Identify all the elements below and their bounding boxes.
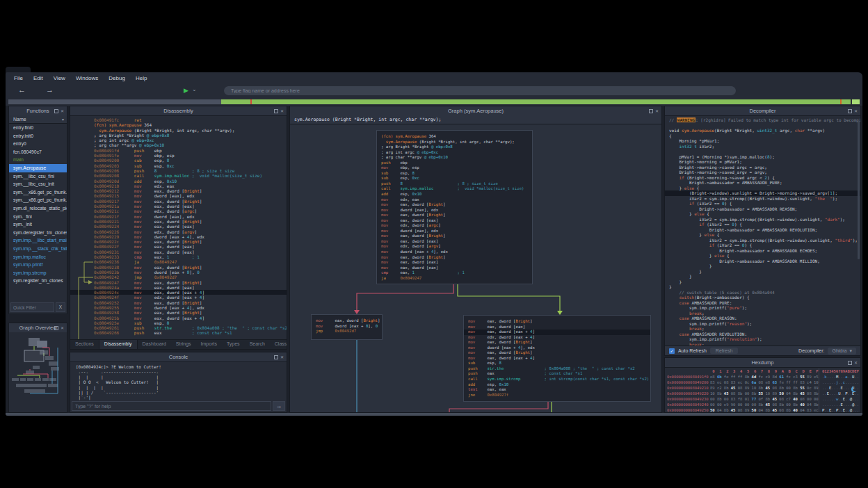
code-line[interactable]: mov dword [eax], edx — [377, 208, 532, 213]
float-panel-icon[interactable] — [848, 109, 852, 113]
code-line[interactable]: .--. .---------------------. — [76, 369, 287, 374]
code-line[interactable]: [0x0804924c]> ?E Welcom to Cutter! — [76, 364, 287, 369]
graph-overview-minimap[interactable] — [9, 332, 67, 412]
function-item[interactable]: sym._init — [9, 220, 67, 229]
code-line[interactable]: Bright->ambassador = AMBASSADOR_PURE; — [665, 180, 860, 186]
code-line[interactable]: iVar2 = sym.imp.strcmp((Bright->window).… — [665, 196, 860, 202]
function-item[interactable]: sym.imp.printf — [9, 261, 67, 269]
code-line[interactable]: 0x080491fc ret — [70, 117, 287, 122]
code-line[interactable]: 0x0804924c mov eax, dword [eax + 4] — [70, 290, 287, 295]
code-line[interactable]: cmp eax, 1 ; 1 — [377, 270, 532, 276]
disassembly-panel-header[interactable]: Disassembly ✕ — [70, 106, 287, 116]
code-line[interactable]: || | / `--------------------' — [76, 390, 287, 395]
hex-row[interactable]: 0x000000000804925050 04 8b 45 08 89 50 0… — [667, 407, 860, 413]
code-line[interactable]: call sym.imp.malloc ; void *malloc(size_… — [377, 186, 532, 192]
float-panel-icon[interactable] — [274, 109, 278, 113]
code-line[interactable]: | _| | | — [76, 375, 287, 380]
menu-help[interactable]: Help — [136, 75, 147, 81]
code-line[interactable]: mov eax, dword [eax] — [377, 218, 532, 224]
menu-edit[interactable]: Edit — [33, 75, 43, 81]
clear-filter-button[interactable]: X — [56, 302, 65, 312]
code-line[interactable]: ja 0x8049247 — [377, 276, 532, 282]
refresh-button[interactable]: Refresh — [710, 348, 739, 354]
graph-block-false-branch[interactable]: mov eax, dword [Bright]mov dword [eax + … — [311, 314, 383, 340]
code-line[interactable]: } — [665, 284, 860, 290]
code-line[interactable]: (Bright->window).sunlight = Bright->morn… — [665, 190, 860, 196]
graph-block-true-branch[interactable]: mov eax, dword [Bright]mov eax, dword [e… — [463, 315, 651, 402]
code-line[interactable]: 0x08049242 jmp 0x80492d7 — [70, 275, 287, 279]
code-line[interactable]: sub esp, 8 — [464, 361, 650, 366]
code-line[interactable]: 0x08049206 push 8 ; 8 ; size_t size — [70, 168, 287, 173]
quick-filter-input[interactable] — [10, 302, 54, 312]
code-line[interactable]: push 8 ; 8 ; size_t size — [377, 181, 532, 187]
code-line[interactable]: 0x0804922c mov eax, dword [Bright] — [70, 239, 287, 244]
code-line[interactable]: sym.Aeropause (Bright *Bright, int argc,… — [377, 140, 532, 145]
code-line[interactable]: Bright->morning->saved_argv = argv; — [665, 170, 860, 175]
hex-row[interactable]: 0x000000000804924000 00 e9 90 00 00 00 8… — [667, 402, 860, 407]
function-item[interactable]: main — [9, 156, 67, 164]
code-line[interactable]: mov ebp, esp — [377, 165, 532, 171]
code-line[interactable]: Bright->ambassador = AMBASSADOR_MILLION; — [665, 259, 860, 264]
function-item[interactable]: entry.fini0 — [9, 124, 67, 132]
code-line[interactable]: { — [665, 133, 860, 139]
code-line[interactable]: mov edx, eax — [377, 197, 532, 203]
code-line[interactable]: ; arg char **argv @ ebp+0x10 — [70, 143, 287, 147]
code-line[interactable]: Bright->morning = pMVar1; — [665, 159, 860, 165]
code-line[interactable]: } — [665, 274, 860, 279]
console-send-button[interactable]: → — [273, 401, 285, 411]
code-line[interactable]: mov dword [eax + 4], edx — [464, 345, 650, 351]
code-line[interactable]: switch(Bright->ambassador) { — [665, 295, 860, 300]
code-line[interactable]: 0x08049255 mov dword [eax + 4], edx — [70, 305, 287, 310]
float-panel-icon[interactable] — [274, 355, 278, 359]
play-dropdown-caret-icon[interactable]: ⌄ — [192, 86, 197, 92]
code-line[interactable]: sub esp, 8 — [377, 171, 532, 177]
code-line[interactable]: mov dword [eax + 4], edx — [377, 250, 532, 255]
hex-row[interactable]: 0x00000000080491f0e8 6b fe ff ff 8b 4d f… — [667, 374, 860, 380]
menu-file[interactable]: File — [14, 75, 23, 81]
code-line[interactable]: 0x08049226 mov edx, dword [argv] — [70, 229, 287, 234]
code-line[interactable]: } else { — [665, 253, 860, 259]
code-line[interactable]: mov eax, dword [eax] — [377, 239, 532, 245]
graph-panel-header[interactable]: Graph (sym.Aeropause) ✕ — [290, 106, 661, 116]
code-line[interactable]: if (iVar2 == 0) { — [665, 243, 860, 248]
code-line[interactable]: sym.imp.printf("reason"); — [665, 321, 860, 327]
code-line[interactable]: mov dword [eax + 8], 0 — [312, 324, 382, 330]
close-panel-icon[interactable]: ✕ — [61, 109, 64, 113]
code-line[interactable]: case AMBASSADOR_REASON: — [665, 316, 860, 321]
function-item[interactable]: fcn.080490c7 — [9, 148, 67, 156]
function-item[interactable]: sym.Aeropause — [9, 164, 67, 172]
function-item[interactable]: sym.__libc_csu_fini — [9, 172, 67, 181]
code-line[interactable]: mov eax, dword [eax] — [377, 260, 532, 266]
code-line[interactable]: 0x0804925b mov eax, dword [eax + 4] — [70, 316, 287, 320]
tab-classes[interactable]: Classes — [270, 340, 287, 349]
code-line[interactable]: case AMBASSADOR_REVOLUTION: — [665, 332, 860, 337]
code-line[interactable]: sub esp, 0xc — [377, 176, 532, 181]
function-item[interactable]: sym._fini — [9, 213, 67, 221]
code-line[interactable]: int32_t iVar2; — [665, 144, 860, 149]
code-line[interactable]: | O O < Welcom to Cutter! | — [76, 380, 287, 384]
console-panel-header[interactable]: Console ✕ — [70, 352, 287, 362]
code-line[interactable]: iVar2 = sym.imp.strcmp((Bright->window).… — [665, 238, 860, 243]
code-line[interactable]: push ebp — [377, 161, 532, 166]
code-line[interactable]: mov eax, dword [eax + 4] — [464, 356, 650, 361]
function-item[interactable]: sym.dl_relocate_static_pie — [9, 204, 67, 213]
code-line[interactable]: 0x080491fe mov ebp, esp — [70, 153, 287, 158]
code-line[interactable]: } else { — [665, 186, 860, 191]
graph-block-entry[interactable]: (fcn) sym.Aeropause 364 sym.Aeropause (B… — [376, 130, 533, 284]
code-line[interactable]: 0x0804921a mov eax, dword [eax] — [70, 204, 287, 209]
code-line[interactable]: break; — [665, 311, 860, 316]
code-line[interactable]: 0x08049215 mov dword [eax], edx — [70, 193, 287, 198]
debug-play-icon[interactable]: ▶ — [184, 87, 188, 94]
code-line[interactable]: } — [665, 263, 860, 269]
code-line[interactable]: case AMBASSADOR_PURE: — [665, 300, 860, 306]
code-line[interactable]: mov eax, dword [Bright] — [377, 255, 532, 261]
decompiler-engine-select[interactable]: Ghidra▾ — [828, 348, 856, 355]
code-line[interactable]: 0x0804923b mov dword [eax + 8], 0 — [70, 270, 287, 275]
code-line[interactable]: 0x0804924a mov eax, dword [eax] — [70, 285, 287, 290]
code-line[interactable]: mov edx, dword [argc] — [377, 223, 532, 229]
scrollbar[interactable] — [858, 120, 860, 259]
code-line[interactable]: mov eax, dword [Bright] — [377, 234, 532, 239]
function-item[interactable]: sym.__libc_csu_init — [9, 180, 67, 188]
code-line[interactable]: (fcn) sym.Aeropause 364 — [377, 134, 532, 140]
code-line[interactable]: sym.imp.printf("pure"); — [665, 305, 860, 311]
